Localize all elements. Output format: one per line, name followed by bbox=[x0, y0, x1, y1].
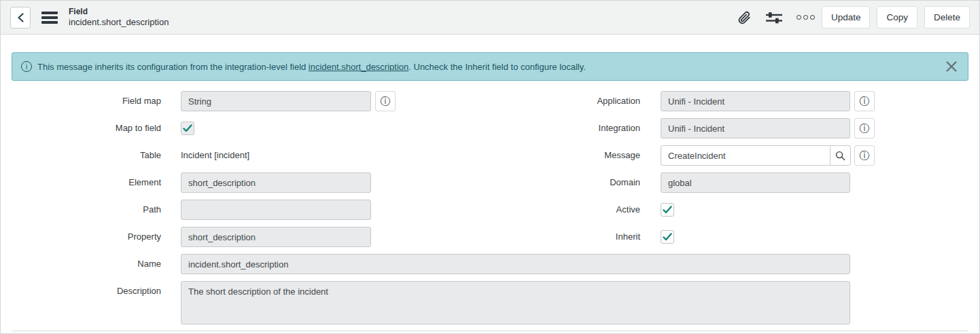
field-map-info-button[interactable]: ⓘ bbox=[375, 91, 396, 111]
page-title: Field bbox=[69, 7, 169, 17]
chevron-left-icon bbox=[17, 13, 24, 22]
property-label: Property bbox=[25, 227, 161, 247]
message-info-button[interactable]: ⓘ bbox=[854, 145, 875, 166]
name-label: Name bbox=[25, 254, 161, 274]
sliders-icon bbox=[765, 10, 783, 25]
copy-button[interactable]: Copy bbox=[877, 6, 917, 29]
integration-input[interactable] bbox=[661, 118, 850, 138]
integration-label: Integration bbox=[504, 118, 640, 138]
table-label: Table bbox=[25, 145, 161, 166]
page-subtitle: incident.short_description bbox=[69, 17, 169, 28]
domain-input[interactable] bbox=[661, 172, 850, 193]
info-icon: ⓘ bbox=[860, 122, 870, 135]
more-options-button[interactable] bbox=[797, 15, 815, 20]
message-input[interactable] bbox=[661, 145, 830, 166]
info-icon: ⓘ bbox=[860, 95, 870, 108]
banner-field-link[interactable]: incident.short_description bbox=[309, 62, 408, 72]
domain-label: Domain bbox=[504, 172, 640, 193]
ellipsis-icon bbox=[803, 15, 808, 20]
message-lookup-button[interactable] bbox=[830, 145, 851, 166]
field-record-window: Field incident.short_description Update … bbox=[0, 0, 980, 334]
map-to-field-label: Map to field bbox=[25, 118, 161, 138]
banner-text: This message inherits its configuration … bbox=[37, 62, 586, 72]
record-title: Field incident.short_description bbox=[69, 7, 169, 28]
close-icon bbox=[945, 60, 958, 73]
paperclip-icon bbox=[737, 10, 752, 25]
name-input[interactable] bbox=[181, 254, 850, 274]
property-input[interactable] bbox=[181, 227, 371, 247]
element-label: Element bbox=[25, 172, 161, 193]
path-input[interactable] bbox=[181, 200, 371, 220]
banner-close-button[interactable] bbox=[943, 58, 960, 75]
table-value: Incident [incident] bbox=[181, 145, 249, 166]
check-icon bbox=[663, 233, 672, 241]
attachment-button[interactable] bbox=[737, 10, 752, 25]
active-checkbox[interactable] bbox=[661, 203, 674, 217]
delete-button[interactable]: Delete bbox=[924, 6, 970, 29]
application-input[interactable] bbox=[661, 91, 850, 111]
integration-info-button[interactable]: ⓘ bbox=[854, 118, 875, 138]
info-icon: ⓘ bbox=[860, 149, 870, 162]
path-label: Path bbox=[25, 200, 161, 220]
field-map-input[interactable] bbox=[181, 91, 371, 111]
application-label: Application bbox=[504, 91, 640, 111]
form-header: Field incident.short_description Update … bbox=[1, 1, 979, 35]
search-icon bbox=[835, 151, 845, 161]
description-textarea[interactable]: The short description of the incident bbox=[181, 281, 850, 324]
back-button[interactable] bbox=[10, 7, 31, 29]
active-label: Active bbox=[504, 200, 640, 220]
check-icon bbox=[663, 206, 672, 214]
section-divider bbox=[12, 331, 968, 331]
map-to-field-checkbox[interactable] bbox=[181, 122, 194, 135]
ellipsis-icon bbox=[797, 15, 801, 20]
field-map-label: Field map bbox=[25, 91, 161, 111]
inherit-checkbox[interactable] bbox=[661, 230, 674, 244]
info-circle-icon: i bbox=[21, 61, 32, 72]
description-label: Description bbox=[25, 281, 161, 301]
update-button[interactable]: Update bbox=[822, 6, 871, 29]
personalize-form-button[interactable] bbox=[765, 10, 783, 25]
check-icon bbox=[183, 124, 192, 132]
message-label: Message bbox=[504, 145, 640, 166]
info-icon: ⓘ bbox=[381, 95, 391, 108]
element-input[interactable] bbox=[181, 172, 371, 193]
context-menu-icon[interactable] bbox=[41, 12, 58, 24]
inherit-label: Inherit bbox=[504, 227, 640, 247]
application-info-button[interactable]: ⓘ bbox=[854, 91, 875, 111]
inherit-info-banner: i This message inherits its configuratio… bbox=[12, 52, 968, 81]
ellipsis-icon bbox=[810, 15, 815, 20]
